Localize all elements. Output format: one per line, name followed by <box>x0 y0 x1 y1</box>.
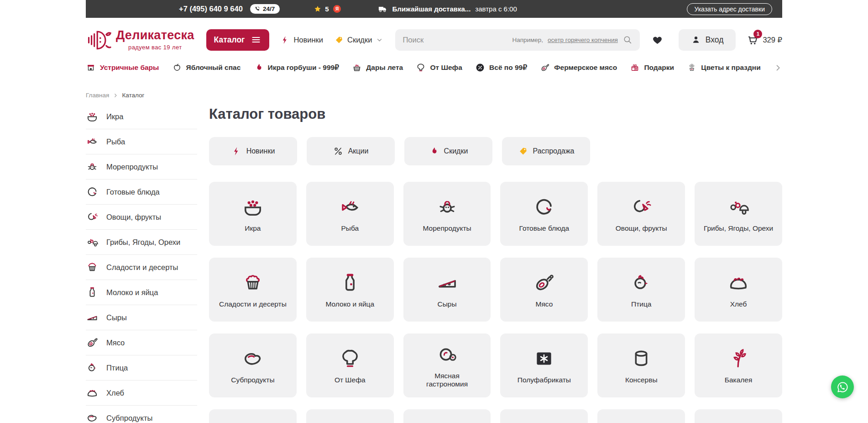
category-card[interactable]: Полуфабрикаты <box>500 333 588 397</box>
cart-button[interactable]: 1 329 ₽ <box>747 34 782 46</box>
search-bar[interactable]: Например, осетр горячего копчения <box>395 29 639 51</box>
chef-hat-icon <box>416 63 426 73</box>
sidebar-category-item[interactable]: Мясо <box>86 330 197 355</box>
category-card[interactable]: Мясо <box>500 258 588 322</box>
category-card[interactable] <box>597 409 685 423</box>
category-sidebar: Икра Рыба Морепродукты Готовые блюда Ово… <box>86 104 197 423</box>
category-card[interactable]: Хлеб <box>695 258 782 322</box>
sidebar-category-item[interactable]: Птица <box>86 355 197 381</box>
ready-meals-icon <box>533 196 555 218</box>
chef-hat-icon <box>339 347 361 370</box>
logo-tagline: радуем вас 19 лет <box>116 44 194 51</box>
delivery-label: Ближайшая доставка... <box>392 5 471 13</box>
category-card[interactable]: Сыры <box>403 258 491 322</box>
logo[interactable]: Деликатеска радуем вас 19 лет <box>86 27 194 53</box>
logo-fish-icon <box>86 27 111 53</box>
rating: 5 Я <box>314 4 341 14</box>
sidebar-category-item[interactable]: Готовые блюда <box>86 180 197 205</box>
new-products-link[interactable]: Новинки <box>280 35 323 45</box>
search-icon[interactable] <box>622 35 633 45</box>
search-hint-link[interactable]: осетр горячего копчения <box>548 37 618 43</box>
crab-icon <box>436 196 459 218</box>
delivery-time: завтра с 6:00 <box>475 5 517 13</box>
sidebar-category-item[interactable]: Рыба <box>86 129 197 154</box>
yandex-icon[interactable]: Я <box>332 4 342 14</box>
sidebar-category-item[interactable]: Икра <box>86 104 197 129</box>
category-card[interactable]: Консервы <box>597 333 685 397</box>
milk-icon <box>86 286 99 299</box>
tag-icon <box>518 146 528 156</box>
mushrooms-icon <box>727 196 750 218</box>
meat-icon <box>540 63 550 73</box>
header: Деликатеска радуем вас 19 лет Каталог Но… <box>86 18 782 62</box>
sidebar-category-item[interactable]: Овощи, фрукты <box>86 205 197 230</box>
promo-nav: Устричные бары Яблочный спас Икра горбуш… <box>86 62 782 78</box>
discounts-link[interactable]: Скидки <box>334 35 383 45</box>
page: +7 (495) 640 9 640 24/7 5 Я Ближайшая до… <box>0 0 868 423</box>
category-card[interactable]: Морепродукты <box>403 182 491 246</box>
category-card[interactable]: Рыба <box>306 182 394 246</box>
quick-filter-button[interactable]: Акции <box>307 137 395 165</box>
promo-nav-item[interactable]: Устричные бары <box>86 63 159 73</box>
sidebar-category-item[interactable]: Сладости и десерты <box>86 255 197 280</box>
flame-icon <box>429 146 439 156</box>
category-card[interactable]: Птица <box>597 258 685 322</box>
promo-nav-item[interactable]: Фермерское мясо <box>540 63 617 73</box>
search-input[interactable] <box>403 36 507 44</box>
login-button[interactable]: Вход <box>679 29 736 51</box>
promo-nav-item[interactable]: Икра горбуши - 999₽ <box>254 63 339 73</box>
promo-nav-item[interactable]: Дары лета <box>352 63 403 73</box>
breadcrumb-home[interactable]: Главная <box>86 92 109 99</box>
category-card[interactable]: Икра <box>209 182 297 246</box>
whatsapp-icon <box>836 381 849 394</box>
gastronomy-icon <box>436 343 459 366</box>
promo-nav-item[interactable]: Подарки <box>630 63 674 73</box>
apple-icon <box>172 63 182 73</box>
category-card[interactable]: Бакалея <box>695 333 782 397</box>
sidebar-category-item[interactable]: Грибы, Ягоды, Орехи <box>86 230 197 255</box>
category-card[interactable]: Субпродукты <box>209 333 297 397</box>
sidebar-category-item[interactable]: Хлеб <box>86 381 197 406</box>
category-card[interactable]: Грибы, Ягоды, Орехи <box>695 182 782 246</box>
promo-nav-item[interactable]: Цветы к праздни <box>687 63 760 73</box>
category-card[interactable]: Молоко и яйца <box>306 258 394 322</box>
cheese-icon <box>436 271 459 294</box>
promo-nav-item[interactable]: Всё по 99₽ <box>475 63 527 73</box>
milk-icon <box>339 271 361 294</box>
category-card[interactable] <box>209 409 297 423</box>
can-icon <box>630 347 653 370</box>
offal-icon <box>86 412 99 423</box>
promo-scroll-right-icon[interactable] <box>774 63 782 72</box>
category-card[interactable] <box>500 409 588 423</box>
promo-nav-item[interactable]: От Шефа <box>416 63 462 73</box>
category-card[interactable]: Сладости и десерты <box>209 258 297 322</box>
category-card[interactable] <box>695 409 782 423</box>
sidebar-category-item[interactable]: Сыры <box>86 305 197 330</box>
set-address-button[interactable]: Указать адрес доставки <box>687 3 772 15</box>
ready-meals-icon <box>86 185 99 198</box>
quick-filter-button[interactable]: Скидки <box>404 137 492 165</box>
phone-number[interactable]: +7 (495) 640 9 640 <box>179 5 243 13</box>
category-card[interactable]: От Шефа <box>306 333 394 397</box>
whatsapp-button[interactable] <box>831 375 854 398</box>
breadcrumb: Главная Каталог <box>86 92 782 99</box>
delivery-info: Ближайшая доставка... завтра с 6:00 <box>377 4 517 14</box>
promo-nav-item[interactable]: Яблочный спас <box>172 63 241 73</box>
sidebar-category-item[interactable]: Морепродукты <box>86 154 197 180</box>
sidebar-category-item[interactable]: Молоко и яйца <box>86 280 197 305</box>
category-grid: Икра Рыба Морепродукты Готовые блюда <box>209 182 782 423</box>
favorites-heart-icon[interactable] <box>652 34 663 46</box>
category-card[interactable]: Готовые блюда <box>500 182 588 246</box>
quick-filter-button[interactable]: Новинки <box>209 137 297 165</box>
category-card[interactable]: Мясная гастрономия <box>403 333 491 397</box>
category-card[interactable]: Овощи, фрукты <box>597 182 685 246</box>
category-card[interactable] <box>403 409 491 423</box>
percent-circle-icon <box>475 63 485 73</box>
sidebar-category-item[interactable]: Субпродукты <box>86 406 197 423</box>
poultry-icon <box>86 361 99 374</box>
category-card[interactable] <box>306 409 394 423</box>
catalog-button[interactable]: Каталог <box>206 29 270 51</box>
tag-icon <box>334 35 344 45</box>
chevron-right-icon <box>113 93 118 98</box>
quick-filter-button[interactable]: Распродажа <box>502 137 590 165</box>
